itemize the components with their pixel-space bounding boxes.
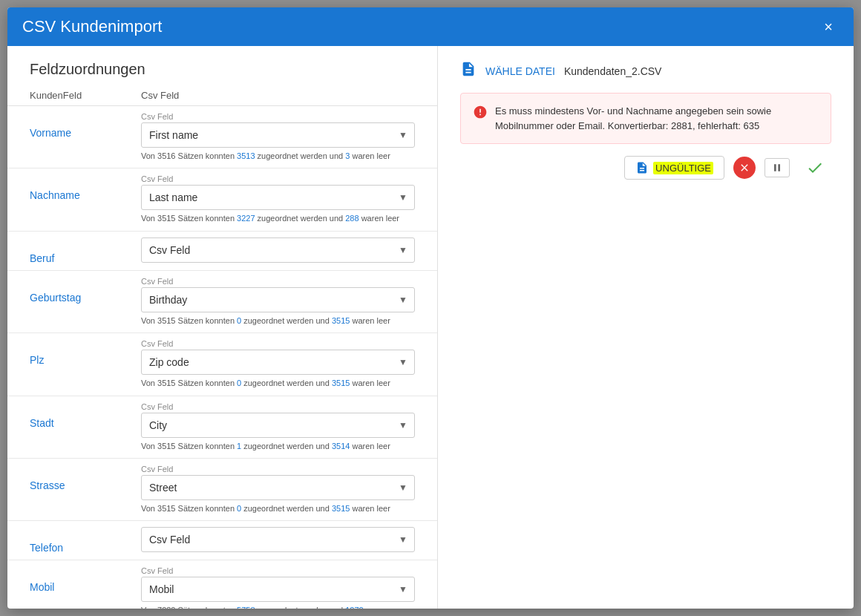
select-wrapper-strasse[interactable]: Street First name ▼ [141,475,415,500]
field-info-geburtstag: Von 3515 Sätzen konnten 0 zugeordnet wer… [141,315,415,327]
csv-field-label-stadt: Csv Feld [141,402,415,411]
select-wrapper-plz[interactable]: Zip code First name ▼ [141,350,415,375]
csv-field-label-geburtstag: Csv Feld [141,277,415,286]
field-right-nachname: Csv Feld First name Last name Birthday ▼ [141,174,415,224]
fields-list[interactable]: Vorname Csv Feld First name Last name Bi… [7,106,437,609]
field-label-plz: Plz [30,339,141,366]
table-header: KundenFeld Csv Feld [7,85,437,106]
field-row-strasse: Strasse Csv Feld Street First name ▼ [7,459,437,521]
field-right-plz: Csv Feld Zip code First name ▼ Von 3515 … [141,339,415,389]
field-info-strasse: Von 3515 Sätzen konnten 0 zugeordnet wer… [141,503,415,514]
select-stadt[interactable]: City First name [141,413,415,438]
field-row-stadt: Stadt Csv Feld City First name ▼ [7,396,437,459]
csv-field-label-plz: Csv Feld [141,339,415,348]
field-right-mobil: Csv Feld Mobil First name ▼ Von 7030 Sät… [141,566,415,609]
select-wrapper-nachname[interactable]: First name Last name Birthday ▼ [141,185,415,210]
modal-header: CSV Kundenimport × [7,7,854,46]
csv-field-label-nachname: Csv Feld [141,174,415,183]
cancel-button[interactable] [733,157,756,179]
select-mobil[interactable]: Mobil First name [141,577,415,602]
field-row-geburtstag: Geburtstag Csv Feld Birthday First name … [7,271,437,333]
error-text: Es muss mindestens Vor- und Nachname ang… [495,104,819,133]
field-row-plz: Plz Csv Feld Zip code First name ▼ [7,333,437,396]
field-right-vorname: Csv Feld First name Last name Birthday Z… [141,112,415,162]
field-label-beruf: Beruf [30,237,141,264]
left-panel: Feldzuordnungen KundenFeld Csv Feld Vorn… [7,46,438,609]
error-box: Es muss mindestens Vor- und Nachname ang… [460,93,831,144]
field-info-vorname: Von 3516 Sätzen konnten 3513 zugeordnet … [141,151,415,162]
field-info-nachname: Von 3515 Sätzen konnten 3227 zugeordnet … [141,213,415,224]
select-telefon[interactable]: Csv Feld First name [141,527,415,552]
field-label-mobil: Mobil [30,566,141,593]
field-right-beruf: Csv Feld First name ▼ [141,237,415,263]
col-csv-header: Csv Feld [141,90,415,101]
select-strasse[interactable]: Street First name [141,475,415,500]
confirm-button[interactable] [799,156,831,180]
ungueltige-button[interactable]: UNGÜLTIGE [624,156,724,180]
select-wrapper-beruf[interactable]: Csv Feld First name ▼ [141,237,415,263]
close-button[interactable]: × [818,16,839,39]
select-wrapper-vorname[interactable]: First name Last name Birthday Zip code C… [141,122,415,148]
select-beruf[interactable]: Csv Feld First name [141,237,415,263]
select-wrapper-stadt[interactable]: City First name ▼ [141,413,415,438]
field-right-telefon: Csv Feld First name ▼ [141,527,415,552]
field-info-stadt: Von 3515 Sätzen konnten 1 zugeordnet wer… [141,441,415,452]
file-selector: WÄHLE DATEI Kundendaten_2.CSV [460,61,831,81]
select-plz[interactable]: Zip code First name [141,350,415,375]
field-right-stadt: Csv Feld City First name ▼ Von 3515 Sätz… [141,402,415,452]
field-row-nachname: Nachname Csv Feld First name Last name B… [7,168,437,231]
section-title: Feldzuordnungen [7,46,437,85]
field-row-beruf: Beruf Csv Feld First name ▼ [7,232,437,271]
csv-field-label-strasse: Csv Feld [141,465,415,474]
select-vorname[interactable]: First name Last name Birthday Zip code C… [141,122,415,148]
field-label-strasse: Strasse [30,465,141,491]
field-label-vorname: Vorname [30,112,141,139]
field-right-geburtstag: Csv Feld Birthday First name ▼ Von 3515 … [141,277,415,327]
field-info-mobil: Von 7030 Sätzen konnten 5758 zugeordnet … [141,605,415,609]
ungueltige-label: UNGÜLTIGE [653,162,713,174]
field-row-telefon: Telefon Csv Feld First name ▼ [7,521,437,560]
file-icon [460,61,477,81]
error-icon [473,105,488,123]
col-kunden-header: KundenFeld [30,90,141,101]
select-wrapper-geburtstag[interactable]: Birthday First name ▼ [141,287,415,312]
field-label-nachname: Nachname [30,174,141,201]
pause-button[interactable] [765,158,790,177]
field-row-mobil: Mobil Csv Feld Mobil First name ▼ [7,560,437,609]
action-buttons: UNGÜLTIGE [460,156,831,180]
modal-title: CSV Kundenimport [22,17,162,36]
select-wrapper-mobil[interactable]: Mobil First name ▼ [141,577,415,602]
csv-field-label-vorname: Csv Feld [141,112,415,121]
field-label-geburtstag: Geburtstag [30,277,141,304]
field-row-vorname: Vorname Csv Feld First name Last name Bi… [7,106,437,168]
csv-import-modal: CSV Kundenimport × Feldzuordnungen Kunde… [7,7,854,609]
field-info-plz: Von 3515 Sätzen konnten 0 zugeordnet wer… [141,378,415,389]
file-name: Kundendaten_2.CSV [564,65,662,77]
field-label-telefon: Telefon [30,527,141,554]
select-wrapper-telefon[interactable]: Csv Feld First name ▼ [141,527,415,552]
choose-file-button[interactable]: WÄHLE DATEI [485,65,555,77]
modal-body: Feldzuordnungen KundenFeld Csv Feld Vorn… [7,46,854,609]
field-right-strasse: Csv Feld Street First name ▼ Von 3515 Sä… [141,465,415,514]
csv-field-label-mobil: Csv Feld [141,566,415,575]
select-geburtstag[interactable]: Birthday First name [141,287,415,312]
field-label-stadt: Stadt [30,402,141,429]
right-panel: WÄHLE DATEI Kundendaten_2.CSV Es muss mi… [438,46,854,609]
select-nachname[interactable]: First name Last name Birthday [141,185,415,210]
